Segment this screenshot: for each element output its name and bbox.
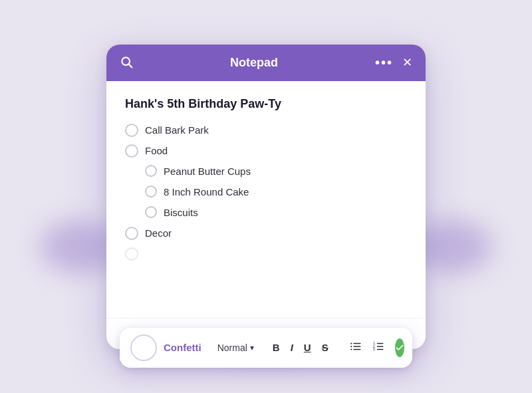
list-item: Peanut Butter Cups	[145, 164, 407, 178]
dropdown-arrow-icon[interactable]: ▾	[250, 343, 254, 352]
checkbox-partial[interactable]	[125, 247, 138, 261]
avatar	[130, 334, 157, 361]
item-label: Call Bark Park	[145, 123, 209, 137]
item-label: Biscuits	[164, 205, 198, 219]
svg-line-1	[129, 64, 132, 67]
checkbox-8-inch-round-cake[interactable]	[145, 186, 157, 197]
item-label: 8 Inch Round Cake	[164, 185, 249, 199]
list-item: 8 Inch Round Cake	[145, 185, 407, 199]
notepad-header: Notepad ••• ✕	[106, 45, 426, 81]
ordered-list-button[interactable]: 1. 2. 3.	[370, 339, 387, 356]
unordered-list-button[interactable]	[347, 339, 364, 356]
checkbox-decor[interactable]	[125, 227, 138, 240]
more-options-icon[interactable]: •••	[375, 55, 393, 70]
underline-button[interactable]: U	[301, 340, 314, 354]
svg-text:3.: 3.	[372, 347, 375, 351]
list-item: Call Bark Park	[125, 123, 407, 137]
bold-button[interactable]: B	[270, 340, 283, 354]
notepad-window: Notepad ••• ✕ Hank's 5th Birthday Paw-Ty…	[106, 45, 426, 349]
svg-point-7	[350, 348, 352, 350]
header-right: ••• ✕	[375, 55, 412, 70]
font-name: Confetti	[164, 342, 201, 353]
item-label: Peanut Butter Cups	[164, 164, 251, 178]
italic-button[interactable]: I	[288, 340, 296, 354]
item-label: Food	[145, 144, 168, 158]
note-title: Hank's 5th Birthday Paw-Ty	[125, 97, 407, 111]
header-left	[120, 55, 133, 70]
checkbox-call-bark-park[interactable]	[125, 124, 138, 137]
app-container: Notepad ••• ✕ Hank's 5th Birthday Paw-Ty…	[0, 0, 532, 393]
note-content: Hank's 5th Birthday Paw-Ty Call Bark Par…	[106, 81, 426, 278]
list-item: Food	[125, 144, 407, 158]
list-item-partial	[125, 247, 407, 261]
item-label: Decor	[145, 226, 172, 240]
checkbox-biscuits[interactable]	[145, 206, 157, 218]
list-item: Decor	[125, 226, 407, 240]
style-selector[interactable]: Normal ▾	[217, 342, 254, 353]
confirm-button[interactable]	[395, 338, 404, 357]
formatting-toolbar: Confetti Normal ▾ B I U S 1.	[120, 328, 412, 368]
svg-point-5	[350, 342, 352, 344]
list-item: Biscuits	[145, 205, 407, 219]
checkbox-peanut-butter-cups[interactable]	[145, 165, 157, 177]
style-label: Normal	[217, 342, 247, 353]
strikethrough-button[interactable]: S	[319, 340, 331, 354]
close-icon[interactable]: ✕	[402, 57, 412, 68]
search-icon[interactable]	[120, 55, 133, 70]
notepad-title: Notepad	[133, 56, 375, 70]
checkbox-food[interactable]	[125, 144, 138, 158]
svg-point-6	[350, 345, 352, 346]
